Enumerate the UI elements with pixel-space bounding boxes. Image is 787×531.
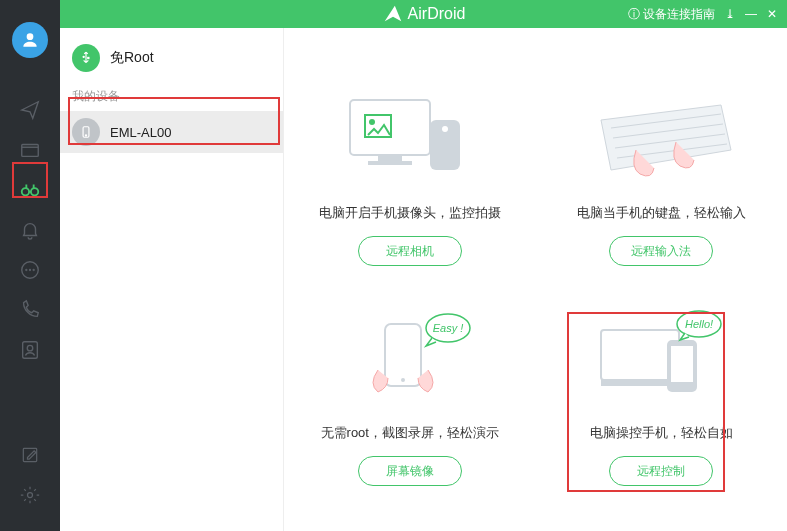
remote-control-highlight-box <box>567 312 725 492</box>
card-remote-ime: 电脑当手机的键盘，轻松输入 远程输入法 <box>541 80 781 300</box>
svg-rect-18 <box>368 161 412 165</box>
nav-highlight-box <box>12 162 48 198</box>
app-title-text: AirDroid <box>408 5 466 23</box>
remote-ime-button[interactable]: 远程输入法 <box>609 236 713 266</box>
screen-mirror-illustration: Easy ! <box>330 300 490 410</box>
avatar[interactable] <box>12 22 48 58</box>
svg-point-11 <box>28 493 33 498</box>
nav-chat[interactable] <box>0 250 60 290</box>
svg-point-28 <box>401 378 405 382</box>
card-remote-camera: 电脑开启手机摄像头，监控拍摄 远程相机 <box>290 80 530 300</box>
screen-mirror-button[interactable]: 屏幕镜像 <box>358 456 462 486</box>
svg-point-20 <box>369 119 375 125</box>
usb-icon <box>72 44 100 72</box>
window-pin-button[interactable]: ⤓ <box>725 7 735 21</box>
nav-settings[interactable] <box>0 475 60 515</box>
window-minimize-button[interactable]: — <box>745 7 757 21</box>
remote-camera-illustration <box>330 80 490 190</box>
svg-point-9 <box>27 345 33 351</box>
card-desc: 无需root，截图录屏，轻松演示 <box>321 424 499 442</box>
usb-mode-row[interactable]: 免Root <box>60 28 283 84</box>
remote-ime-illustration <box>581 80 741 190</box>
svg-point-0 <box>27 33 34 40</box>
nav-send[interactable] <box>0 90 60 130</box>
title-bar: AirDroid ⓘ 设备连接指南 ⤓ — ✕ <box>60 0 787 28</box>
device-highlight-box <box>68 97 280 145</box>
user-icon <box>20 30 40 50</box>
connection-guide-link[interactable]: ⓘ 设备连接指南 <box>628 6 715 23</box>
svg-point-7 <box>33 270 34 271</box>
nav-bell[interactable] <box>0 210 60 250</box>
nav-compose[interactable] <box>0 435 60 475</box>
usb-mode-label: 免Root <box>110 49 154 67</box>
airdroid-logo-icon <box>382 3 404 25</box>
card-desc: 电脑开启手机摄像头，监控拍摄 <box>319 204 501 222</box>
svg-point-5 <box>26 270 27 271</box>
connection-guide-label: 设备连接指南 <box>643 7 715 21</box>
window-close-button[interactable]: ✕ <box>767 7 777 21</box>
nav-call[interactable] <box>0 290 60 330</box>
card-screen-mirror: Easy ! 无需root，截图录屏，轻松演示 屏幕镜像 <box>290 300 530 520</box>
svg-rect-1 <box>22 145 39 157</box>
svg-point-22 <box>442 126 448 132</box>
remote-camera-button[interactable]: 远程相机 <box>358 236 462 266</box>
svg-rect-27 <box>385 324 421 386</box>
svg-rect-13 <box>88 57 89 58</box>
svg-point-6 <box>30 270 31 271</box>
svg-rect-17 <box>378 155 402 161</box>
easy-bubble-text: Easy ! <box>432 322 463 334</box>
app-title: AirDroid <box>382 3 466 25</box>
left-nav <box>0 0 60 531</box>
card-desc: 电脑当手机的键盘，轻松输入 <box>577 204 746 222</box>
svg-rect-8 <box>23 342 38 359</box>
svg-point-12 <box>83 56 84 57</box>
nav-contacts[interactable] <box>0 330 60 370</box>
